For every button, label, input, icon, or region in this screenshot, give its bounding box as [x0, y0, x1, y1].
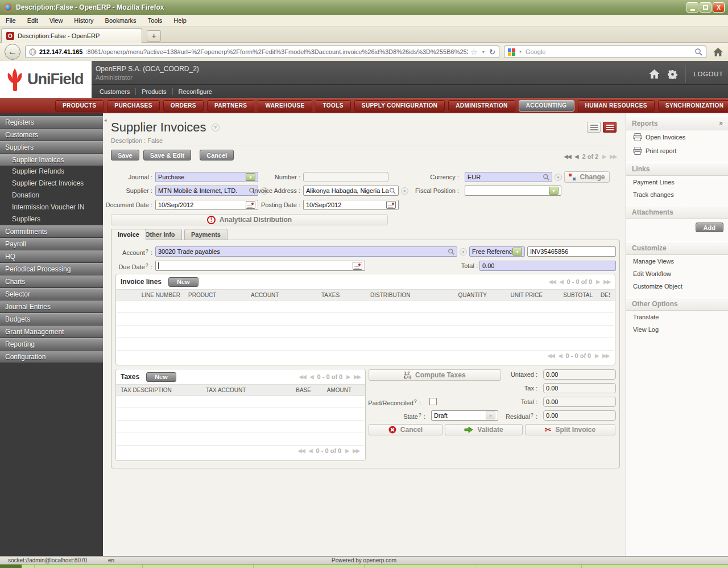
last-page-icon[interactable]: ▶▶: [602, 353, 609, 359]
prev-page-icon[interactable]: ◀: [560, 279, 563, 285]
prev-page-icon[interactable]: ◀: [310, 374, 313, 380]
other-translate[interactable]: Translate: [626, 311, 728, 323]
restore-button[interactable]: [700, 2, 712, 13]
report-open-invoices[interactable]: Open Invoices: [626, 130, 728, 144]
sidebar-item-reporting[interactable]: Reporting: [0, 338, 103, 350]
link-track-changes[interactable]: Track changes: [626, 188, 728, 201]
reload-icon[interactable]: ↻: [489, 48, 495, 56]
calendar-icon[interactable]: [386, 201, 396, 209]
browser-tab[interactable]: O Description:False - OpenERP: [1, 28, 142, 43]
prev-page-icon[interactable]: ◀: [559, 353, 562, 359]
home-icon[interactable]: [649, 69, 660, 79]
search-icon[interactable]: [389, 187, 396, 194]
last-page-icon[interactable]: ▶▶: [610, 154, 617, 159]
gear-icon[interactable]: [668, 69, 677, 79]
menu-history[interactable]: History: [74, 17, 93, 24]
sidebar-item-journal-entries[interactable]: Journal Entries: [0, 301, 103, 312]
tab-payments[interactable]: Payments: [184, 229, 228, 240]
search-icon[interactable]: [543, 174, 549, 180]
nav-accounting[interactable]: ACCOUNTING: [519, 100, 574, 112]
nav-administration[interactable]: ADMINISTRATION: [448, 100, 515, 112]
add-attachment-button[interactable]: Add: [696, 223, 723, 232]
sidebar-item-commitments[interactable]: Commitments: [0, 225, 103, 237]
sidebar-item-payroll[interactable]: Payroll: [0, 238, 103, 250]
table-row[interactable]: [117, 421, 364, 433]
nav-products[interactable]: PRODUCTS: [55, 100, 104, 112]
new-tab-button[interactable]: +: [147, 30, 161, 42]
next-page-icon[interactable]: ▶: [602, 154, 606, 159]
invoice-address-field[interactable]: Alikonya Habagda, Nigeria La: [303, 186, 399, 196]
customize-edit-workflow[interactable]: Edit Workflow: [626, 267, 728, 280]
menu-view[interactable]: View: [49, 17, 63, 24]
customize-manage-views[interactable]: Manage Views: [626, 255, 728, 267]
number-field[interactable]: [303, 172, 388, 182]
search-engine-dropdown-icon[interactable]: ▼: [519, 50, 522, 53]
currency-open-icon[interactable]: ▼: [555, 174, 562, 181]
currency-field[interactable]: EUR: [465, 172, 552, 182]
nav-supply-configuration[interactable]: SUPPLY CONFIGURATION: [354, 100, 445, 112]
split-invoice-button[interactable]: ✂ Split Invoice: [525, 424, 615, 435]
validate-button[interactable]: Validate: [445, 424, 523, 435]
form-view-button[interactable]: [603, 122, 617, 133]
prev-page-icon[interactable]: ◀: [309, 448, 312, 454]
nav-warehouse[interactable]: WAREHOUSE: [258, 100, 312, 112]
next-page-icon[interactable]: ▶: [346, 374, 350, 380]
last-page-icon[interactable]: ▶▶: [603, 279, 610, 285]
paid-reconciled-checkbox[interactable]: [429, 398, 437, 405]
shortcut-reconfigure[interactable]: Reconfigure: [173, 88, 218, 95]
sidebar-item-selector[interactable]: Selector: [0, 288, 103, 300]
collapse-panel-icon[interactable]: »: [719, 119, 723, 127]
sidebar-item-suppliers[interactable]: Suppliers: [0, 141, 103, 153]
last-page-icon[interactable]: ▶▶: [354, 374, 361, 380]
cancel-invoice-button[interactable]: Cancel: [369, 424, 442, 435]
shortcut-customers[interactable]: Customers: [94, 88, 136, 95]
first-page-icon[interactable]: ◀◀: [549, 279, 556, 285]
prev-page-icon[interactable]: ◀: [575, 154, 578, 159]
sidebar-item-intermission-voucher-in[interactable]: Intermission Voucher IN: [0, 201, 103, 213]
nav-orders[interactable]: ORDERS: [163, 100, 204, 112]
save-edit-button[interactable]: Save & Edit: [143, 150, 192, 160]
change-currency-button[interactable]: Change: [564, 171, 610, 183]
next-page-icon[interactable]: ▶: [596, 279, 599, 285]
first-page-icon[interactable]: ◀◀: [564, 154, 571, 159]
sidebar-item-configuration[interactable]: Configuration: [0, 351, 103, 363]
list-view-button[interactable]: [587, 122, 601, 133]
menu-file[interactable]: File: [6, 17, 16, 24]
sidebar-item-registers[interactable]: Registers: [0, 116, 103, 128]
link-payment-lines[interactable]: Payment Lines: [626, 176, 728, 188]
table-row[interactable]: [117, 433, 364, 446]
sidebar-item-hq[interactable]: HQ: [0, 250, 103, 262]
sidebar-item-supplier-direct-invoices[interactable]: Supplier Direct Invoices: [0, 178, 103, 190]
menu-edit[interactable]: Edit: [27, 17, 38, 24]
report-print-report[interactable]: Print report: [626, 144, 728, 158]
sidebar-item-budgets[interactable]: Budgets: [0, 313, 103, 325]
bookmark-star-icon[interactable]: ☆: [471, 48, 478, 56]
back-button[interactable]: ←: [5, 44, 20, 60]
posting-date-field[interactable]: 10/Sep/2012: [303, 200, 399, 210]
fiscal-position-field[interactable]: ▼: [465, 186, 561, 196]
calendar-icon[interactable]: [353, 262, 362, 270]
first-page-icon[interactable]: ◀◀: [298, 448, 305, 454]
tab-invoice[interactable]: Invoice: [111, 229, 146, 240]
next-page-icon[interactable]: ▶: [345, 448, 349, 454]
sidebar-item-supplier-refunds[interactable]: Supplier Refunds: [0, 166, 103, 178]
reference-type-field[interactable]: Free Reference ▼: [469, 246, 525, 257]
sidebar-item-charts[interactable]: Charts: [0, 275, 103, 287]
minimize-button[interactable]: [686, 2, 698, 13]
analytical-distribution-button[interactable]: ! Analytical Distribution: [111, 214, 388, 225]
reference-type-dropdown-icon[interactable]: ▼: [512, 248, 522, 256]
logout-button[interactable]: LOGOUT: [694, 71, 723, 77]
sidebar-collapse-icon[interactable]: ◂: [104, 117, 107, 123]
close-button[interactable]: X: [713, 2, 725, 13]
menu-bookmarks[interactable]: Bookmarks: [105, 17, 136, 24]
nav-human-resources[interactable]: HUMAN RESOURCES: [578, 100, 655, 112]
last-page-icon[interactable]: ▶▶: [353, 448, 359, 454]
cancel-button[interactable]: Cancel: [200, 150, 234, 160]
first-page-icon[interactable]: ◀◀: [548, 353, 555, 359]
new-tax-button[interactable]: New: [146, 372, 176, 382]
sidebar-item-suppliers-sub[interactable]: Suppliers: [0, 213, 103, 225]
table-row[interactable]: [117, 338, 614, 351]
table-row[interactable]: [117, 408, 364, 421]
fiscal-dropdown-icon[interactable]: ▼: [549, 187, 559, 195]
table-row[interactable]: [117, 396, 364, 408]
